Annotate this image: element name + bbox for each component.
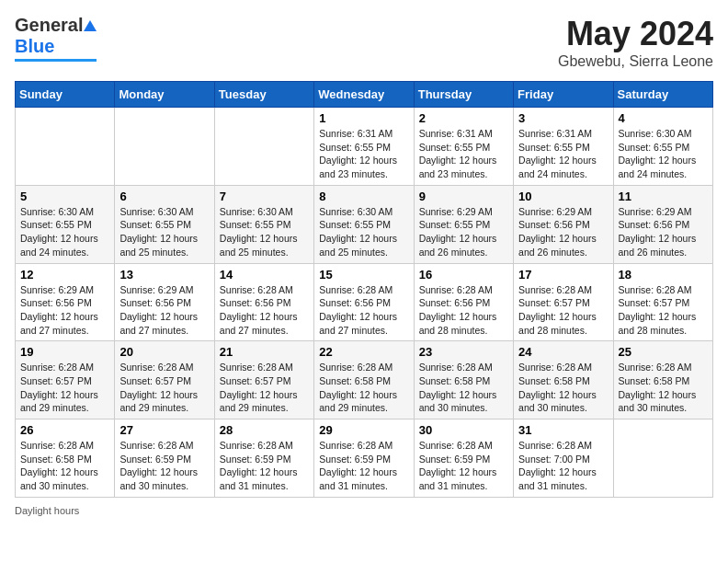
day-number: 21 <box>220 345 309 359</box>
col-header-wednesday: Wednesday <box>314 82 414 108</box>
col-header-saturday: Saturday <box>613 82 712 108</box>
col-header-tuesday: Tuesday <box>214 82 313 108</box>
week-row-2: 5Sunrise: 6:30 AM Sunset: 6:55 PM Daylig… <box>16 185 713 263</box>
day-number: 15 <box>319 268 408 282</box>
day-info: Sunrise: 6:30 AM Sunset: 6:55 PM Dayligh… <box>319 205 408 259</box>
calendar-cell: 19Sunrise: 6:28 AM Sunset: 6:57 PM Dayli… <box>16 341 115 419</box>
day-number: 14 <box>220 268 309 282</box>
week-row-4: 19Sunrise: 6:28 AM Sunset: 6:57 PM Dayli… <box>16 341 713 419</box>
calendar-cell: 25Sunrise: 6:28 AM Sunset: 6:58 PM Dayli… <box>613 341 712 419</box>
week-row-1: 1Sunrise: 6:31 AM Sunset: 6:55 PM Daylig… <box>16 108 713 186</box>
day-info: Sunrise: 6:28 AM Sunset: 6:58 PM Dayligh… <box>319 361 408 415</box>
day-info: Sunrise: 6:28 AM Sunset: 6:57 PM Dayligh… <box>119 361 209 415</box>
day-info: Sunrise: 6:29 AM Sunset: 6:56 PM Dayligh… <box>619 205 708 259</box>
day-number: 9 <box>419 190 508 203</box>
day-number: 22 <box>319 345 408 359</box>
day-info: Sunrise: 6:29 AM Sunset: 6:55 PM Dayligh… <box>419 205 508 259</box>
calendar-cell: 4Sunrise: 6:30 AM Sunset: 6:55 PM Daylig… <box>613 108 712 186</box>
day-number: 10 <box>518 190 608 203</box>
logo-blue-text: Blue <box>15 36 54 56</box>
day-number: 16 <box>419 268 508 282</box>
calendar-cell: 17Sunrise: 6:28 AM Sunset: 6:57 PM Dayli… <box>514 263 613 341</box>
calendar-cell: 26Sunrise: 6:28 AM Sunset: 6:58 PM Dayli… <box>16 419 115 498</box>
day-info: Sunrise: 6:30 AM Sunset: 6:55 PM Dayligh… <box>619 127 708 181</box>
day-info: Sunrise: 6:30 AM Sunset: 6:55 PM Dayligh… <box>20 205 109 259</box>
day-info: Sunrise: 6:28 AM Sunset: 6:57 PM Dayligh… <box>20 361 109 415</box>
col-header-thursday: Thursday <box>414 82 513 108</box>
calendar-cell: 16Sunrise: 6:28 AM Sunset: 6:56 PM Dayli… <box>414 263 513 341</box>
day-number: 26 <box>20 423 109 437</box>
day-info: Sunrise: 6:30 AM Sunset: 6:55 PM Dayligh… <box>220 205 309 259</box>
calendar-cell: 1Sunrise: 6:31 AM Sunset: 6:55 PM Daylig… <box>314 108 414 186</box>
day-info: Sunrise: 6:28 AM Sunset: 6:58 PM Dayligh… <box>419 361 508 415</box>
logo-triangle-icon <box>84 20 97 31</box>
day-number: 6 <box>119 190 209 203</box>
day-info: Sunrise: 6:28 AM Sunset: 6:58 PM Dayligh… <box>518 361 608 415</box>
calendar-table: SundayMondayTuesdayWednesdayThursdayFrid… <box>15 81 713 498</box>
day-number: 11 <box>619 190 708 203</box>
calendar-cell <box>613 419 712 498</box>
day-info: Sunrise: 6:28 AM Sunset: 6:57 PM Dayligh… <box>518 283 608 338</box>
calendar-cell: 3Sunrise: 6:31 AM Sunset: 6:55 PM Daylig… <box>514 108 613 186</box>
calendar-cell: 31Sunrise: 6:28 AM Sunset: 7:00 PM Dayli… <box>514 419 613 498</box>
logo: General Blue <box>15 15 97 62</box>
day-number: 23 <box>419 345 508 359</box>
calendar-cell: 9Sunrise: 6:29 AM Sunset: 6:55 PM Daylig… <box>414 185 513 263</box>
day-number: 2 <box>419 111 508 125</box>
calendar-cell: 5Sunrise: 6:30 AM Sunset: 6:55 PM Daylig… <box>16 185 115 263</box>
calendar-cell: 2Sunrise: 6:31 AM Sunset: 6:55 PM Daylig… <box>414 108 513 186</box>
day-number: 4 <box>619 111 708 125</box>
calendar-cell: 10Sunrise: 6:29 AM Sunset: 6:56 PM Dayli… <box>514 185 613 263</box>
day-number: 17 <box>518 268 608 282</box>
day-number: 1 <box>319 111 408 125</box>
calendar-cell: 6Sunrise: 6:30 AM Sunset: 6:55 PM Daylig… <box>115 185 214 263</box>
day-info: Sunrise: 6:28 AM Sunset: 6:59 PM Dayligh… <box>419 439 508 493</box>
col-header-sunday: Sunday <box>16 82 115 108</box>
day-info: Sunrise: 6:28 AM Sunset: 6:59 PM Dayligh… <box>119 439 209 493</box>
day-info: Sunrise: 6:28 AM Sunset: 6:58 PM Dayligh… <box>619 361 708 415</box>
day-number: 19 <box>20 345 109 359</box>
day-number: 5 <box>20 190 109 203</box>
day-info: Sunrise: 6:29 AM Sunset: 6:56 PM Dayligh… <box>518 205 608 259</box>
day-number: 3 <box>518 111 608 125</box>
day-number: 27 <box>119 423 209 437</box>
day-info: Sunrise: 6:29 AM Sunset: 6:56 PM Dayligh… <box>20 283 109 338</box>
day-info: Sunrise: 6:28 AM Sunset: 6:57 PM Dayligh… <box>220 361 309 415</box>
day-number: 29 <box>319 423 408 437</box>
calendar-cell: 13Sunrise: 6:29 AM Sunset: 6:56 PM Dayli… <box>115 263 214 341</box>
title-block: May 2024 Gbewebu, Sierra Leone <box>558 15 713 70</box>
logo-general-text: General <box>15 15 83 36</box>
calendar-cell: 27Sunrise: 6:28 AM Sunset: 6:59 PM Dayli… <box>115 419 214 498</box>
calendar-cell <box>115 108 214 186</box>
day-info: Sunrise: 6:28 AM Sunset: 6:59 PM Dayligh… <box>319 439 408 493</box>
week-row-5: 26Sunrise: 6:28 AM Sunset: 6:58 PM Dayli… <box>16 419 713 498</box>
calendar-cell <box>214 108 313 186</box>
calendar-cell: 29Sunrise: 6:28 AM Sunset: 6:59 PM Dayli… <box>314 419 414 498</box>
calendar-header: SundayMondayTuesdayWednesdayThursdayFrid… <box>16 82 713 108</box>
calendar-cell: 20Sunrise: 6:28 AM Sunset: 6:57 PM Dayli… <box>115 341 214 419</box>
calendar-cell: 7Sunrise: 6:30 AM Sunset: 6:55 PM Daylig… <box>214 185 313 263</box>
calendar-cell <box>16 108 115 186</box>
day-number: 20 <box>119 345 209 359</box>
week-row-3: 12Sunrise: 6:29 AM Sunset: 6:56 PM Dayli… <box>16 263 713 341</box>
calendar-cell: 23Sunrise: 6:28 AM Sunset: 6:58 PM Dayli… <box>414 341 513 419</box>
day-info: Sunrise: 6:28 AM Sunset: 6:57 PM Dayligh… <box>619 283 708 338</box>
logo-underline <box>15 59 97 62</box>
page-title: May 2024 <box>558 15 713 53</box>
day-number: 30 <box>419 423 508 437</box>
day-info: Sunrise: 6:29 AM Sunset: 6:56 PM Dayligh… <box>119 283 209 338</box>
calendar-cell: 22Sunrise: 6:28 AM Sunset: 6:58 PM Dayli… <box>314 341 414 419</box>
calendar-cell: 15Sunrise: 6:28 AM Sunset: 6:56 PM Dayli… <box>314 263 414 341</box>
day-info: Sunrise: 6:28 AM Sunset: 6:58 PM Dayligh… <box>20 439 109 493</box>
calendar-cell: 14Sunrise: 6:28 AM Sunset: 6:56 PM Dayli… <box>214 263 313 341</box>
calendar-cell: 30Sunrise: 6:28 AM Sunset: 6:59 PM Dayli… <box>414 419 513 498</box>
day-number: 13 <box>119 268 209 282</box>
day-info: Sunrise: 6:28 AM Sunset: 6:56 PM Dayligh… <box>220 283 309 338</box>
col-header-monday: Monday <box>115 82 214 108</box>
day-number: 28 <box>220 423 309 437</box>
calendar-cell: 24Sunrise: 6:28 AM Sunset: 6:58 PM Dayli… <box>514 341 613 419</box>
day-info: Sunrise: 6:31 AM Sunset: 6:55 PM Dayligh… <box>419 127 508 181</box>
calendar-cell: 8Sunrise: 6:30 AM Sunset: 6:55 PM Daylig… <box>314 185 414 263</box>
day-info: Sunrise: 6:28 AM Sunset: 7:00 PM Dayligh… <box>518 439 608 493</box>
day-number: 31 <box>518 423 608 437</box>
